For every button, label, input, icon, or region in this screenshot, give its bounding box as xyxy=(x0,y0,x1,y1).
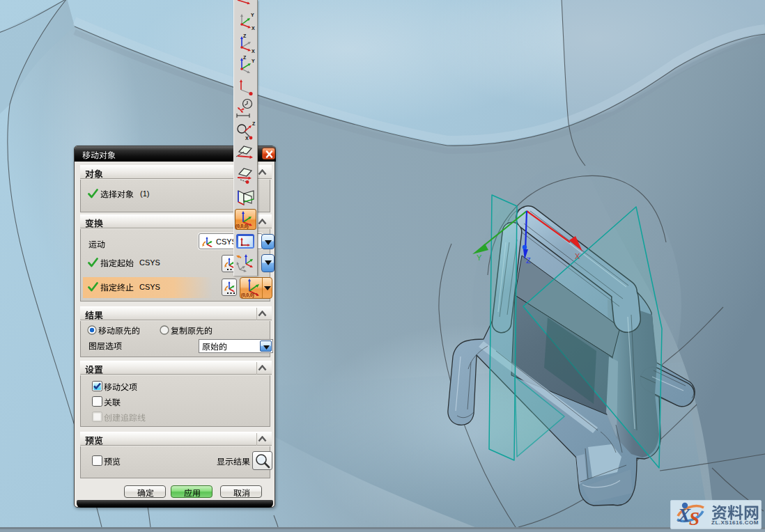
svg-text:Y: Y xyxy=(251,13,254,17)
svg-text:X: X xyxy=(252,49,255,53)
svg-text:X: X xyxy=(245,136,249,141)
svg-text:Z: Z xyxy=(526,256,531,265)
svg-text:Y: Y xyxy=(477,253,482,262)
svg-text:X: X xyxy=(575,252,580,260)
svg-text:(0,0,0): (0,0,0) xyxy=(241,292,254,298)
svg-text:Z: Z xyxy=(243,55,247,60)
svg-text:Z: Z xyxy=(243,33,247,38)
svg-text:Z: Z xyxy=(252,121,256,126)
svg-text:S: S xyxy=(689,508,700,529)
svg-text:X: X xyxy=(252,26,255,31)
svg-text:(0,0,0): (0,0,0) xyxy=(235,224,249,229)
svg-text:Y: Y xyxy=(252,58,255,63)
